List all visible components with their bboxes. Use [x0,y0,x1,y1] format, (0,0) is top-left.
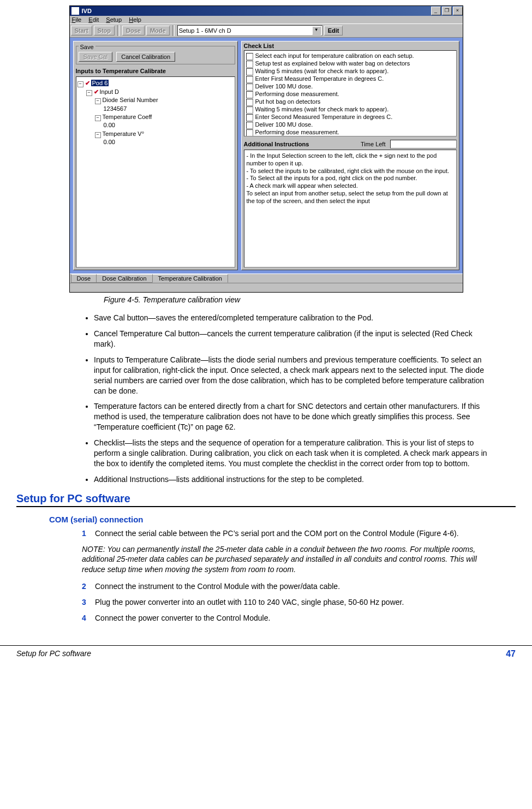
start-button[interactable]: Start [71,26,92,35]
checklist-item: Enter First Measured Temperature in degr… [255,75,384,83]
checklist-item: Select each input for temperature calibr… [255,52,414,60]
bullet-item: Additional Instructions—lists additional… [94,474,494,485]
step-number: 2 [82,581,95,592]
tree-dsn-label[interactable]: Diode Serial Number [103,97,158,103]
instruction-line: - In the Input Selection screen to the l… [247,152,454,168]
page-number: 47 [506,649,516,659]
toolbar: Start Stop Dose Mode Setup 1 - 6MV ch D … [70,23,463,38]
cancel-calibration-button[interactable]: Cancel Calibration [116,52,175,62]
section-heading: Setup for PC software [16,492,516,505]
bullet-item: Temperature factors can be entered direc… [94,401,494,432]
instruction-line: To select an input from another setup, s… [247,190,454,205]
step-number: 4 [82,613,95,623]
save-group-legend: Save [79,44,95,50]
checklist: Select each input for temperature calibr… [244,50,457,136]
menu-help[interactable]: Help [129,16,141,23]
stop-button[interactable]: Stop [94,26,115,35]
menu-file[interactable]: File [72,16,82,23]
edit-button[interactable]: Edit [324,26,343,35]
checkbox[interactable] [246,91,253,98]
bullet-item: Inputs to Temperature Calibrate—lists th… [94,355,494,396]
section-rule [16,506,516,507]
left-panel: Save Save Cal Cancel Calibration Inputs … [73,41,238,270]
toolbar-separator [117,25,119,36]
checklist-header: Check List [242,41,459,50]
additional-instructions: - In the Input Selection screen to the l… [244,150,457,267]
tab-dose[interactable]: Dose [71,274,97,283]
note-text: NOTE: You can permanently install the 25… [82,544,499,575]
footer-left: Setup for PC software [16,649,91,659]
instruction-line: - A check mark will appear when selected… [247,182,454,190]
checklist-item: Waiting 5 minutes (wait for check mark t… [255,68,389,75]
window-title: IVD [81,8,430,14]
minimize-button[interactable]: _ [431,7,441,15]
time-left-field [390,140,457,148]
save-cal-button[interactable]: Save Cal [79,52,113,62]
additional-instructions-label: Additional Instructions [244,141,309,147]
tree-tv-value: 0.00 [104,139,115,145]
tab-temperature-calibration[interactable]: Temperature Calibration [152,274,228,283]
checkbox[interactable] [246,84,253,91]
checkbox[interactable] [246,68,253,75]
additional-instructions-header-row: Additional Instructions Time Left [242,139,459,150]
tree-tc-label[interactable]: Temperature Coeff [103,114,152,120]
tree-pod[interactable]: Pod 6 [91,80,109,86]
menu-setup[interactable]: Setup [106,16,122,23]
app-icon [71,7,79,15]
toolbar-separator [172,25,175,36]
tree-tv-label[interactable]: Temperature V° [103,130,145,137]
checkbox[interactable] [246,106,253,114]
time-left-label: Time Left [361,141,385,147]
bullet-list: Save Cal button—saves the entered/comple… [82,313,494,484]
maximize-button[interactable]: ❐ [442,7,452,15]
checklist-item: Performing dose measurement. [255,91,339,98]
inputs-tree[interactable]: −✔Pod 6 −✔Input D −Diode Serial Number 1… [76,76,235,267]
instruction-line: - To Select all the inputs for a pod, ri… [247,175,454,182]
inputs-header: Inputs to Temperature Calibrate [74,67,237,75]
close-button[interactable]: × [453,7,463,15]
checklist-item: Put hot bag on detectors [255,98,321,106]
titlebar: IVD _ ❐ × [70,6,463,16]
checkbox[interactable] [246,99,253,106]
checklist-item: Deliver 100 MU dose. [255,83,313,91]
right-panel: Check List Select each input for tempera… [241,41,459,270]
checklist-item: Performing dose measurement. [255,129,339,136]
bullet-item: Save Cal button—saves the entered/comple… [94,313,494,323]
tree-input[interactable]: Input D [100,88,119,95]
checkbox[interactable] [246,114,253,121]
statusbar [70,283,463,292]
step-text: Connect the power converter to the Contr… [95,613,270,623]
dose-button[interactable]: Dose [122,26,145,35]
mode-button[interactable]: Mode [146,26,170,35]
subsection-heading: COM (serial) connection [49,515,516,524]
checkbox[interactable] [246,129,253,136]
step-number: 3 [82,597,95,608]
bullet-item: Cancel Temperature Cal button—cancels th… [94,329,494,349]
steps: 2Connect the instrument to the Control M… [82,581,499,623]
bottom-tabs: Dose Dose Calibration Temperature Calibr… [70,273,463,283]
checklist-item: Waiting 5 minutes (wait for check mark t… [255,106,389,114]
checkbox[interactable] [246,53,253,60]
checklist-item: Setup test as explained below with water… [255,60,410,68]
menubar: File Edit Setup Help [70,16,463,23]
app-window: IVD _ ❐ × File Edit Setup Help Start Sto… [69,5,463,293]
tab-dose-calibration[interactable]: Dose Calibration [96,274,152,283]
menu-edit[interactable]: Edit [88,16,99,23]
setup-combo[interactable]: Setup 1 - 6MV ch D ▼ [177,25,322,36]
figure-caption: Figure 4-5. Temperature calibration view [104,295,516,304]
step-text: Connect the serial cable between the PC’… [95,528,459,539]
checkbox[interactable] [246,61,253,68]
steps: 1Connect the serial cable between the PC… [82,528,499,539]
checklist-item: Deliver 100 MU dose. [255,121,313,129]
chevron-down-icon[interactable]: ▼ [312,26,321,35]
step-text: Plug the power converter into an outlet … [95,597,404,608]
setup-combo-value: Setup 1 - 6MV ch D [179,27,312,34]
checklist-item: Enter Second Measured Temperature in deg… [255,114,393,121]
checkbox[interactable] [246,122,253,129]
step-text: Connect the instrument to the Control Mo… [95,581,340,592]
page-footer: Setup for PC software 47 [0,645,532,670]
checkbox[interactable] [246,76,253,83]
step-number: 1 [82,528,95,539]
tree-dsn-value: 1234567 [104,105,127,112]
client-area: Save Save Cal Cancel Calibration Inputs … [70,38,463,273]
